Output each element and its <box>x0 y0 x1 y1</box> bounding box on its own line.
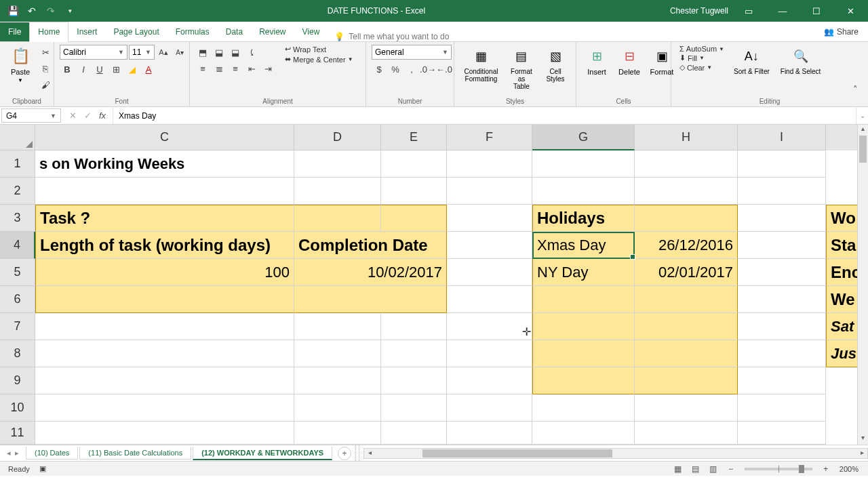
cell-g5[interactable]: NY Day <box>532 259 635 286</box>
cell-h4[interactable]: 26/12/2016 <box>635 232 738 259</box>
cell-f11[interactable] <box>447 422 532 445</box>
cell-d1[interactable] <box>294 150 381 178</box>
redo-icon[interactable]: ↷ <box>43 3 58 18</box>
macro-record-icon[interactable]: ▣ <box>39 464 46 473</box>
cell-g2[interactable] <box>532 178 635 205</box>
sheet-tab-workday[interactable]: (12) WORKDAY & NETWORKDAYS <box>193 447 332 460</box>
cut-icon[interactable]: ✂ <box>38 45 53 60</box>
cell-f8[interactable] <box>447 340 532 367</box>
zoom-in-icon[interactable]: + <box>818 463 834 475</box>
minimize-icon[interactable]: — <box>769 0 796 22</box>
cells-area[interactable]: s on Working Weeks Task ? Holidays Wo <box>35 150 868 445</box>
row-header-8[interactable]: 8 <box>0 340 35 367</box>
cell-f7[interactable] <box>447 313 532 340</box>
bold-icon[interactable]: B <box>60 62 75 77</box>
row-header-7[interactable]: 7 <box>0 313 35 340</box>
cell-styles-button[interactable]: ▧Cell Styles <box>540 45 570 84</box>
cell-g4[interactable]: Xmas Day <box>532 232 635 259</box>
collapse-ribbon-icon[interactable]: ˄ <box>848 81 863 96</box>
expand-formula-bar-icon[interactable]: ⌄ <box>856 107 868 124</box>
cell-f1[interactable] <box>447 150 532 178</box>
orientation-icon[interactable]: ⤹ <box>244 45 259 60</box>
cell-i9[interactable] <box>738 367 826 394</box>
underline-icon[interactable]: U <box>92 62 107 77</box>
insert-cells-button[interactable]: ⊞Insert <box>582 45 612 77</box>
cell-c3[interactable]: Task ? <box>35 205 294 232</box>
increase-indent-icon[interactable]: ⇥ <box>260 61 275 76</box>
decrease-font-icon[interactable]: A▾ <box>172 45 187 60</box>
sort-filter-button[interactable]: A↓Sort & Filter <box>730 45 774 77</box>
percent-format-icon[interactable]: % <box>388 62 403 77</box>
cell-e11[interactable] <box>381 422 447 445</box>
wrap-text-button[interactable]: ↩Wrap Text <box>282 45 356 54</box>
cell-c6[interactable] <box>35 286 294 313</box>
cell-i11[interactable] <box>738 422 826 445</box>
align-bottom-icon[interactable]: ⬓ <box>228 45 243 60</box>
cell-c5[interactable]: 100 <box>35 259 294 286</box>
format-painter-icon[interactable]: 🖌 <box>38 77 53 92</box>
name-box[interactable]: G4▼ <box>1 108 61 123</box>
cell-h5[interactable]: 02/01/2017 <box>635 259 738 286</box>
italic-icon[interactable]: I <box>76 62 91 77</box>
accounting-format-icon[interactable]: $ <box>372 62 387 77</box>
row-header-2[interactable]: 2 <box>0 178 35 205</box>
cell-d8[interactable] <box>294 340 381 367</box>
maximize-icon[interactable]: ☐ <box>803 0 830 22</box>
tab-file[interactable]: File <box>0 22 29 41</box>
horizontal-scrollbar[interactable]: ◂ ▸ <box>363 448 868 459</box>
cell-e7[interactable] <box>381 313 447 340</box>
cell-c9[interactable] <box>35 367 294 394</box>
cell-i6[interactable] <box>738 286 826 313</box>
cancel-formula-icon[interactable]: ✕ <box>66 110 79 121</box>
save-icon[interactable]: 💾 <box>5 3 20 18</box>
delete-cells-button[interactable]: ⊟Delete <box>614 45 644 77</box>
cell-e2[interactable] <box>381 178 447 205</box>
cell-c7[interactable] <box>35 313 294 340</box>
tab-data[interactable]: Data <box>218 22 251 41</box>
cell-d6[interactable] <box>294 286 447 313</box>
normal-view-icon[interactable]: ▦ <box>670 463 686 475</box>
align-left-icon[interactable]: ≡ <box>195 61 210 76</box>
font-name-combo[interactable]: Calibri▼ <box>60 45 127 60</box>
formula-input[interactable] <box>113 107 856 124</box>
cell-f3[interactable] <box>447 205 532 232</box>
cell-h3[interactable] <box>635 205 738 232</box>
cell-f6[interactable] <box>447 286 532 313</box>
enter-formula-icon[interactable]: ✓ <box>81 110 94 121</box>
cell-g8[interactable] <box>532 340 635 367</box>
cell-g3[interactable]: Holidays <box>532 205 635 232</box>
insert-function-icon[interactable]: fx <box>96 110 108 121</box>
cell-i8[interactable] <box>738 340 826 367</box>
cell-g11[interactable] <box>532 422 635 445</box>
tab-page-layout[interactable]: Page Layout <box>105 22 167 41</box>
sheet-tab-dates[interactable]: (10) Dates <box>26 447 78 460</box>
sheet-tab-basic-date[interactable]: (11) Basic Date Calculations <box>79 447 191 460</box>
align-top-icon[interactable]: ⬒ <box>195 45 210 60</box>
col-header-d[interactable]: D <box>294 125 381 150</box>
cell-f2[interactable] <box>447 178 532 205</box>
scroll-thumb[interactable] <box>859 136 867 163</box>
page-layout-view-icon[interactable]: ▤ <box>688 463 704 475</box>
scroll-right-icon[interactable]: ▸ <box>856 449 867 458</box>
row-header-1[interactable]: 1 <box>0 150 35 178</box>
ribbon-display-icon[interactable]: ▭ <box>735 0 762 22</box>
cell-h10[interactable] <box>635 394 738 422</box>
add-sheet-button[interactable]: + <box>338 447 351 460</box>
cell-g10[interactable] <box>532 394 635 422</box>
zoom-level[interactable]: 200% <box>835 465 863 473</box>
cell-i1[interactable] <box>738 150 826 178</box>
cell-d9[interactable] <box>294 367 381 394</box>
scroll-left-icon[interactable]: ◂ <box>364 449 375 458</box>
col-header-g[interactable]: G <box>532 125 635 150</box>
cell-h6[interactable] <box>635 286 738 313</box>
cell-c10[interactable] <box>35 394 294 422</box>
vertical-scrollbar[interactable]: ▴ ▾ <box>857 125 868 445</box>
increase-font-icon[interactable]: A▴ <box>156 45 171 60</box>
cell-i10[interactable] <box>738 394 826 422</box>
row-header-10[interactable]: 10 <box>0 394 35 422</box>
cell-g7[interactable] <box>532 313 635 340</box>
cell-d5[interactable]: 10/02/2017 <box>294 259 447 286</box>
zoom-out-icon[interactable]: − <box>723 463 739 475</box>
cell-e1[interactable] <box>381 150 447 178</box>
cell-h8[interactable] <box>635 340 738 367</box>
